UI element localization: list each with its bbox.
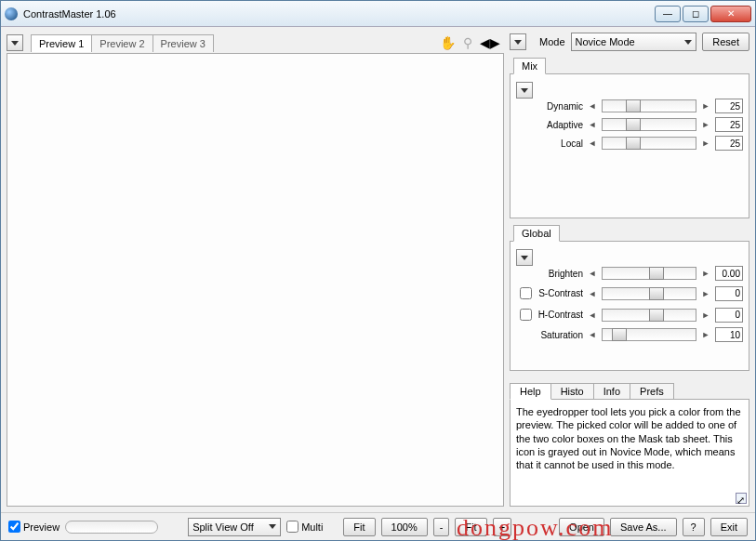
slider-row-saturation: Saturation◄► xyxy=(516,327,743,342)
split-view-combo[interactable]: Split View Off xyxy=(188,518,281,536)
fit-button-2[interactable]: Fit xyxy=(455,518,486,536)
slider-value[interactable] xyxy=(715,286,743,301)
slider-thumb[interactable] xyxy=(649,267,664,280)
left-pane: Preview 1 Preview 2 Preview 3 ✋ ⚲ ◀▶ xyxy=(7,33,504,507)
preview-checkbox-input[interactable] xyxy=(8,521,20,533)
save-as-button[interactable]: Save As... xyxy=(610,518,677,536)
slider-row-h-contrast: H-Contrast◄► xyxy=(516,306,743,323)
slider-thumb[interactable] xyxy=(626,137,641,150)
zoom-button[interactable]: 100% xyxy=(381,518,428,536)
preview-canvas[interactable] xyxy=(7,53,504,507)
open-button[interactable]: Open xyxy=(559,518,604,536)
preview-checkbox[interactable]: Preview xyxy=(8,521,60,533)
mode-combo[interactable]: Novice Mode xyxy=(571,33,697,51)
slider-inc[interactable]: ► xyxy=(700,269,711,278)
slider-value[interactable] xyxy=(715,99,743,113)
slider-inc[interactable]: ► xyxy=(700,101,711,111)
slider-dec[interactable]: ◄ xyxy=(587,289,598,298)
reset-button[interactable]: Reset xyxy=(702,33,749,51)
global-menu-button[interactable] xyxy=(516,249,533,266)
tab-preview-1[interactable]: Preview 1 xyxy=(31,34,92,52)
multi-checkbox-label: Multi xyxy=(301,521,323,533)
multi-checkbox[interactable]: Multi xyxy=(286,521,323,533)
resize-handle[interactable]: ⤢ xyxy=(736,493,747,504)
slider-track[interactable] xyxy=(602,287,696,300)
slider-label: Dynamic xyxy=(533,101,583,112)
slider-row-local: Local◄► xyxy=(516,136,743,151)
slider-inc[interactable]: ► xyxy=(700,120,711,129)
tab-preview-3[interactable]: Preview 3 xyxy=(153,34,214,52)
multi-checkbox-input[interactable] xyxy=(286,521,298,533)
slider-value[interactable] xyxy=(715,327,743,342)
fit-button-1[interactable]: Fit xyxy=(343,518,375,536)
slider-dec[interactable]: ◄ xyxy=(587,139,598,148)
tab-preview-2[interactable]: Preview 2 xyxy=(91,34,153,52)
slider-track[interactable] xyxy=(602,309,696,322)
slider-thumb[interactable] xyxy=(612,328,627,341)
tab-prefs[interactable]: Prefs xyxy=(630,383,674,400)
help-tabs: Help Histo Info Prefs xyxy=(510,383,749,400)
mix-panel-wrap: Mix Dynamic◄►Adaptive◄►Local◄► xyxy=(510,57,749,218)
slider-track[interactable] xyxy=(602,118,696,131)
slider-dec[interactable]: ◄ xyxy=(587,101,598,111)
split-view-label: Split View Off xyxy=(192,521,254,533)
slider-row-adaptive: Adaptive◄► xyxy=(516,117,743,132)
slider-label: Brighten xyxy=(533,269,583,279)
slider-row-brighten: Brighten◄► xyxy=(516,266,743,281)
close-button[interactable]: ✕ xyxy=(710,6,751,22)
slider-thumb[interactable] xyxy=(649,309,664,322)
slider-check[interactable] xyxy=(520,287,532,299)
slider-value[interactable] xyxy=(715,117,743,132)
mix-menu-button[interactable] xyxy=(516,82,533,99)
slider-label: S-Contrast xyxy=(533,288,583,298)
right-pane: Mode Novice Mode Reset Mix Dynamic◄►Adap… xyxy=(510,33,749,507)
slider-track[interactable] xyxy=(602,328,696,341)
progress-bar xyxy=(65,521,158,534)
tab-help[interactable]: Help xyxy=(510,383,551,400)
slider-track[interactable] xyxy=(602,267,696,280)
mode-selected: Novice Mode xyxy=(576,36,635,47)
slider-thumb[interactable] xyxy=(626,118,641,131)
mix-tab[interactable]: Mix xyxy=(513,58,546,74)
slider-dec[interactable]: ◄ xyxy=(587,330,598,339)
global-tab[interactable]: Global xyxy=(513,225,560,242)
slider-dec[interactable]: ◄ xyxy=(587,310,598,320)
slider-value[interactable] xyxy=(715,266,743,281)
zoom-out-button[interactable]: - xyxy=(433,518,450,536)
global-panel-wrap: Global Brighten◄►S-Contrast◄►H-Contrast◄… xyxy=(510,224,749,371)
slider-thumb[interactable] xyxy=(626,99,641,112)
slider-inc[interactable]: ► xyxy=(700,139,711,148)
minimize-button[interactable]: — xyxy=(655,6,681,22)
slider-value[interactable] xyxy=(715,136,743,151)
preview-tab-bar: Preview 1 Preview 2 Preview 3 ✋ ⚲ ◀▶ xyxy=(7,33,504,53)
maximize-button[interactable]: ◻ xyxy=(683,6,709,22)
mode-menu-button[interactable] xyxy=(510,33,526,50)
tab-info[interactable]: Info xyxy=(593,383,630,400)
app-icon xyxy=(5,7,18,20)
slider-track[interactable] xyxy=(602,99,696,112)
slider-dec[interactable]: ◄ xyxy=(587,269,598,278)
help-text-area: The eyedropper tool lets you pick a colo… xyxy=(510,399,749,507)
slider-label: H-Contrast xyxy=(533,310,583,320)
exit-button[interactable]: Exit xyxy=(710,518,748,536)
slider-thumb[interactable] xyxy=(649,287,664,300)
zoom-in-button[interactable]: + xyxy=(493,518,511,536)
slider-track[interactable] xyxy=(602,137,696,150)
slider-label: Adaptive xyxy=(533,120,583,130)
help-text: The eyedropper tool lets you pick a colo… xyxy=(516,406,741,470)
slider-value[interactable] xyxy=(715,308,743,323)
help-button[interactable]: ? xyxy=(683,518,705,536)
mode-label: Mode xyxy=(539,36,565,47)
slider-row-s-contrast: S-Contrast◄► xyxy=(516,284,743,302)
preview-menu-button[interactable] xyxy=(7,34,23,51)
eyedropper-icon[interactable]: ⚲ xyxy=(463,35,472,50)
slider-check[interactable] xyxy=(520,309,532,321)
compare-icon[interactable]: ◀▶ xyxy=(480,35,500,50)
tab-histo[interactable]: Histo xyxy=(550,383,594,400)
slider-inc[interactable]: ► xyxy=(700,289,711,298)
slider-inc[interactable]: ► xyxy=(700,330,711,339)
slider-dec[interactable]: ◄ xyxy=(587,120,598,129)
hand-tool-icon[interactable]: ✋ xyxy=(440,35,456,50)
slider-inc[interactable]: ► xyxy=(700,310,711,320)
window-title: ContrastMaster 1.06 xyxy=(23,8,655,20)
